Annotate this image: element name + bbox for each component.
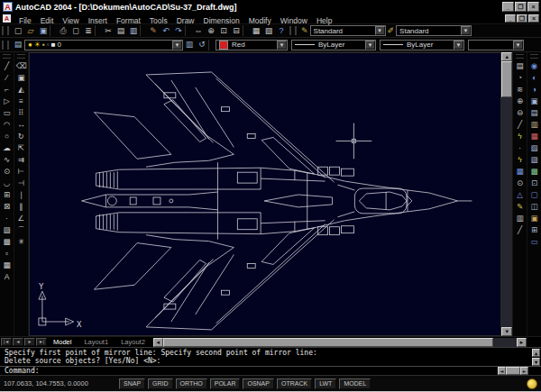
ellipse-arc-button[interactable]: ◡ [1, 178, 13, 189]
menu-help[interactable]: Help [312, 16, 336, 25]
styles-toolbar-grip[interactable] [289, 26, 297, 35]
menu-insert[interactable]: Insert [84, 16, 112, 25]
toggle-lwt[interactable]: LWT [315, 378, 336, 389]
point-mark-button[interactable]: · [514, 142, 526, 154]
circle-ref-button[interactable]: ⊙ [514, 178, 526, 189]
construction-line-button[interactable]: ⁄ [1, 72, 13, 84]
command-scrollbar[interactable]: ▲ ▼ [532, 349, 540, 366]
arc-button[interactable]: ◠ [1, 119, 13, 131]
menu-window[interactable]: Window [276, 16, 312, 25]
vertical-scroll-thumb[interactable] [501, 61, 512, 97]
cut-button[interactable]: ✂ [102, 25, 115, 37]
toggle-ortho[interactable]: ORTHO [176, 378, 207, 389]
explode-button[interactable]: ✳ [15, 236, 27, 248]
layers-toolbar-grip[interactable] [2, 41, 9, 50]
toggle-polar[interactable]: POLAR [210, 378, 241, 389]
erase-button[interactable]: ⌫ [15, 60, 27, 72]
tool-d-button[interactable]: ▦ [528, 131, 540, 142]
match-properties-button[interactable]: ✎ [147, 25, 160, 37]
ucs-tri-button[interactable]: △ [514, 189, 526, 201]
spline-button[interactable]: ∿ [1, 154, 13, 166]
layer-previous-button[interactable]: ↺ [196, 39, 208, 50]
trim-button[interactable]: ⊢ [15, 166, 27, 178]
vertical-scroll-track[interactable] [501, 97, 512, 327]
tool-c-button[interactable]: ▥ [528, 119, 540, 131]
quick-leader-button[interactable]: ϟ [514, 131, 526, 142]
snap-int-button[interactable]: ◑ [528, 84, 540, 96]
extend-button[interactable]: ⊣ [15, 178, 27, 189]
tool-k-button[interactable]: ▣ [528, 213, 540, 224]
scroll-down-icon[interactable]: ▼ [501, 327, 512, 336]
paste-button[interactable]: ▥ [127, 25, 140, 37]
menu-format[interactable]: Format [112, 16, 145, 25]
open-button[interactable]: ▱ [24, 25, 37, 37]
make-block-button[interactable]: ⊠ [1, 201, 13, 213]
snap-mid-button[interactable]: ◐ [528, 72, 540, 84]
toolbar-grip[interactable] [17, 54, 25, 59]
first-tab-button[interactable]: |◄ [1, 338, 12, 346]
chamfer-button[interactable]: ∠ [15, 213, 27, 224]
horizontal-scrollbar[interactable]: ◄ ► [153, 338, 527, 347]
scroll-down-icon[interactable]: ▼ [532, 358, 540, 366]
drawing-canvas[interactable]: Y X [29, 52, 501, 336]
offset-button[interactable]: ≡ [15, 96, 27, 107]
document-icon[interactable]: A [3, 14, 11, 23]
zoom-window-button[interactable]: ⊡ [217, 25, 230, 37]
minimize-button[interactable]: _ [502, 2, 514, 12]
tool-f-button[interactable]: ▨ [528, 154, 540, 166]
line-button[interactable]: ╱ [1, 60, 13, 72]
line-tool-button[interactable]: ╱ [514, 119, 526, 131]
toggle-osnap[interactable]: OSNAP [243, 378, 274, 389]
scroll-up-icon[interactable]: ▲ [501, 52, 512, 61]
pan-button[interactable]: ⇔ [192, 25, 205, 37]
pan-realtime-button[interactable]: ≋ [514, 84, 526, 96]
vertical-scrollbar[interactable]: ▲ ▼ [501, 52, 512, 336]
menu-edit[interactable]: Edit [36, 16, 59, 25]
sheet-tool-button[interactable]: ▥ [514, 213, 526, 224]
menu-file[interactable]: File [14, 16, 36, 25]
scroll-left-icon[interactable]: ◄ [153, 338, 163, 347]
menu-draw[interactable]: Draw [172, 16, 199, 25]
redo-button[interactable]: ↷ [172, 25, 185, 37]
snap-end-button[interactable]: ◉ [528, 60, 540, 72]
toggle-otrack[interactable]: OTRACK [277, 378, 312, 389]
horizontal-scroll-thumb[interactable] [163, 338, 493, 347]
doc-close-button[interactable]: × [528, 14, 539, 23]
chevron-down-icon[interactable]: ▼ [375, 26, 385, 35]
layer-combo[interactable]: ●☀▪▫■ 0 ▼ [24, 40, 183, 50]
hatch-button[interactable]: ▨ [1, 224, 13, 236]
tool-l-button[interactable]: ⊞ [528, 224, 540, 236]
lineweight-combo[interactable]: ByLayer ▼ [380, 40, 464, 50]
help-button[interactable]: ? [275, 25, 288, 37]
chevron-down-icon[interactable]: ▼ [513, 41, 523, 50]
rotate-button[interactable]: ↻ [15, 131, 27, 142]
zoom-previous-button[interactable]: ⊟ [230, 25, 243, 37]
chevron-down-icon[interactable]: ▼ [461, 26, 471, 35]
circle-button[interactable]: ○ [1, 131, 13, 142]
publish-button[interactable]: ≣ [82, 25, 95, 37]
toggle-model[interactable]: MODEL [339, 378, 371, 389]
doc-restore-button[interactable]: ❐ [517, 14, 527, 23]
tool-i-button[interactable]: ▢ [528, 189, 540, 201]
properties-button[interactable]: ▦ [250, 25, 262, 37]
tab-layout1[interactable]: Layout1 [78, 338, 115, 346]
command-hscrollbar[interactable]: ◄ ► [498, 367, 528, 375]
named-views-button[interactable]: ▤ [514, 60, 526, 72]
tab-layout2[interactable]: Layout2 [115, 338, 151, 346]
tab-model[interactable]: Model [47, 338, 78, 346]
mirror-button[interactable]: ◭ [15, 84, 27, 96]
tool-j-button[interactable]: ◫ [528, 201, 540, 213]
linetype-combo[interactable]: ByLayer ▼ [291, 40, 376, 50]
tool-a-button[interactable]: ▣ [528, 96, 540, 107]
plot-preview-button[interactable]: ◻ [69, 25, 82, 37]
menu-dimension[interactable]: Dimension [199, 16, 244, 25]
scroll-up-icon[interactable]: ▲ [532, 349, 540, 357]
revcloud-button[interactable]: ☁ [1, 142, 13, 154]
scroll-right-icon[interactable]: ► [517, 338, 527, 347]
communication-center-icon[interactable] [527, 378, 537, 389]
chevron-down-icon[interactable]: ▼ [277, 41, 287, 50]
polyline-button[interactable]: ⌐ [1, 84, 13, 96]
break-at-point-button[interactable]: ∣ [15, 189, 27, 201]
pencil-tool-button[interactable]: ✎ [514, 201, 526, 213]
chevron-down-icon[interactable]: ▼ [454, 41, 463, 50]
